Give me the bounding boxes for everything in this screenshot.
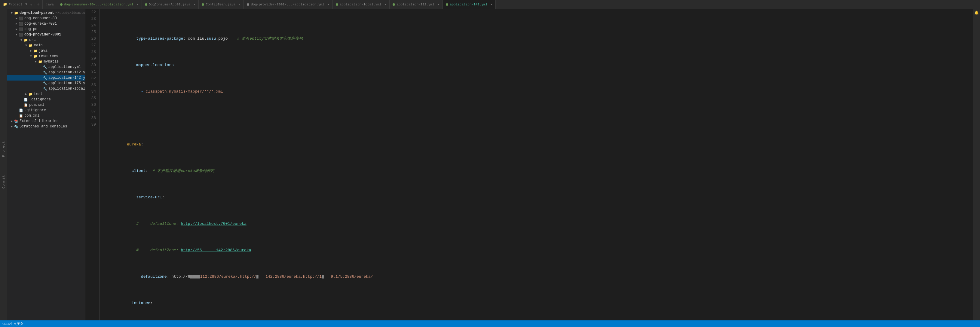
expand-arrow: ▶: [10, 119, 14, 123]
tree-item-application-112-yml[interactable]: 🔧 application-112.yml: [7, 70, 85, 75]
bottom-status-bar: CDSN中文美女: [0, 321, 980, 327]
expand-arrow: ▶: [24, 92, 28, 96]
line-numbers: 22 23 24 25 26 27 28 29 30 31 32 33 34 3…: [85, 9, 100, 321]
tree-item-label: Scratches and Consoles: [19, 124, 67, 129]
code-line-27: client: # 客户端注册进eureka服务列表内: [102, 161, 973, 168]
tree-item-label: dog-consumer-80: [24, 16, 57, 21]
folder-open-icon: 📁: [14, 11, 19, 15]
expand-arrow: ▼: [14, 33, 19, 37]
yaml-file-icon: 🔧: [43, 71, 48, 75]
code-line-31: defaultZone: http://6█████112:2886/eurek…: [102, 267, 973, 273]
expand-arrow: ▼: [19, 38, 24, 42]
tab-application-112-yml[interactable]: application-112.yml ✕: [390, 0, 442, 9]
expand-arrow: ▶: [34, 60, 38, 63]
tree-item-label: application-112.yml: [48, 70, 85, 75]
tree-item-label: test: [33, 92, 43, 96]
tree-item-label: application.yml: [48, 65, 81, 69]
tree-item-application-local-yml[interactable]: 🔧 application-local.yml: [7, 86, 85, 91]
tree-item-external-libraries[interactable]: ▶ 📚 External Libraries: [7, 118, 85, 124]
tree-item-mybatis[interactable]: ▶ 📁 mybatis: [7, 59, 85, 64]
tree-item-label: application-142.yml: [48, 76, 85, 80]
tree-item-src[interactable]: ▼ 📁 src: [7, 37, 85, 43]
tree-item-application-yml[interactable]: 🔧 application.yml: [7, 64, 85, 70]
expand-arrow: ▶: [14, 22, 19, 25]
project-vertical-label[interactable]: Project: [2, 141, 5, 157]
tab-dot: [247, 3, 249, 6]
code-line-22: type-aliases-package: com.liu.susu.pojo …: [102, 29, 973, 35]
tab-application-yml-provider[interactable]: dog-provider-8001/.../application.yml ✕: [244, 0, 332, 9]
module-icon: ⬛: [19, 16, 24, 21]
tree-item-dog-provider-8001[interactable]: ▼ ⬛ dog-provider-8001: [7, 32, 85, 37]
tree-item-pom-provider[interactable]: 📋 pom.xml: [7, 102, 85, 108]
commit-vertical-label[interactable]: Commit: [2, 175, 5, 189]
expand-arrow: ▼: [24, 44, 28, 47]
library-icon: 📚: [14, 119, 19, 123]
yaml-file-icon: 🔧: [43, 87, 48, 91]
tree-item-label: pom.xml: [28, 103, 44, 107]
tree-item-gitignore-root[interactable]: 📄 .gitignore: [7, 108, 85, 113]
tree-item-application-142-yml[interactable]: 🔧 application-142.yml: [7, 75, 85, 81]
tree-item-label: External Libraries: [19, 119, 59, 123]
tab-dot: [336, 3, 338, 6]
tree-item-label: dog-eureka-7001: [24, 22, 57, 26]
code-line-26: eureka:: [102, 135, 973, 141]
expand-arrow: ▶: [29, 49, 33, 52]
sidebar: ▼ 📁 dog-cloud-parent ~/study/ideaStudy..…: [7, 9, 85, 321]
module-icon: ⬛: [19, 22, 24, 26]
tree-item-dog-cloud-parent[interactable]: ▼ 📁 dog-cloud-parent ~/study/ideaStudy..…: [7, 10, 85, 16]
tab-dot: [202, 3, 204, 6]
yaml-file-icon: 🔧: [43, 65, 48, 69]
tree-item-scratches[interactable]: ▶ 🔩 Scratches and Consoles: [7, 124, 85, 129]
tree-item-label: .gitignore: [24, 108, 46, 113]
tree-item-label: application-175.yml: [48, 81, 85, 85]
tab-dot: [446, 3, 448, 6]
editor-area: 22 23 24 25 26 27 28 29 30 31 32 33 34 3…: [85, 9, 973, 321]
tree-item-main[interactable]: ▼ 📁 main: [7, 43, 85, 48]
tab-project[interactable]: 📁 Project ▼ ↺ ↓ ⚙: [0, 0, 43, 9]
folder-icon: 📁: [24, 38, 28, 42]
tree-item-application-175-yml[interactable]: 🔧 application-175.yml: [7, 81, 85, 86]
tab-DogConsumerApp80[interactable]: DogConsumerApp80.java ✕: [142, 0, 199, 9]
expand-arrow: ▶: [14, 27, 19, 31]
code-line-28: service-url:: [102, 187, 973, 194]
expand-arrow: ▼: [10, 11, 14, 15]
module-icon: ⬛: [19, 27, 24, 31]
code-line-30: # defaultZone: http://56......142:2886/e…: [102, 240, 973, 247]
folder-icon: 📁: [3, 2, 7, 6]
tree-item-pom-root[interactable]: 📋 pom.xml: [7, 113, 85, 118]
tree-item-dog-consumer-80[interactable]: ▶ ⬛ dog-consumer-80: [7, 16, 85, 21]
maven-icon: 📋: [24, 103, 28, 107]
status-text: CDSN中文美女: [2, 322, 24, 326]
code-lines[interactable]: type-aliases-package: com.liu.susu.pojo …: [100, 9, 973, 321]
expand-arrow: ▼: [29, 55, 33, 58]
tree-item-gitignore-provider[interactable]: 📄 .gitignore: [7, 97, 85, 102]
scratches-icon: 🔩: [14, 125, 19, 129]
tree-item-label: dog-po: [24, 27, 37, 31]
folder-icon: 📁: [33, 49, 38, 53]
tree-item-label: mybatis: [43, 60, 59, 64]
tree-item-label: application-local.yml: [48, 87, 85, 91]
left-stripe: Project Commit: [0, 9, 7, 321]
tab-application-yml-consumer[interactable]: dog-consumer-80/.../application.yml ✕: [57, 0, 142, 9]
editor-content[interactable]: 22 23 24 25 26 27 28 29 30 31 32 33 34 3…: [85, 9, 973, 321]
tree-item-test[interactable]: ▶ 📁 test: [7, 91, 85, 97]
tree-item-java[interactable]: ▶ 📁 java: [7, 48, 85, 54]
tab-dot: [60, 3, 62, 6]
tab-java[interactable]: java: [43, 0, 57, 9]
file-icon: 📄: [19, 108, 24, 113]
tab-application-local-yml[interactable]: application-local.yml ✕: [333, 0, 390, 9]
tab-bar: 📁 Project ▼ ↺ ↓ ⚙ java dog-consumer-80/.…: [0, 0, 980, 9]
tree-item-resources[interactable]: ▼ 📁 resources: [7, 54, 85, 59]
tree-item-label: dog-provider-8001: [24, 32, 61, 37]
folder-icon: 📁: [38, 60, 43, 64]
tab-ConfigBean[interactable]: ConfigBean.java ✕: [199, 0, 244, 9]
tree-item-dog-eureka-7001[interactable]: ▶ ⬛ dog-eureka-7001: [7, 21, 85, 27]
tree-item-dog-po[interactable]: ▶ ⬛ dog-po: [7, 27, 85, 32]
notifications-icon[interactable]: 🔔: [974, 10, 979, 15]
tab-application-142-yml[interactable]: application-142.yml ✕: [443, 0, 496, 9]
tree-item-label: dog-cloud-parent: [19, 11, 54, 15]
main-area: Project Commit ▼ 📁 dog-cloud-parent ~/st…: [0, 9, 980, 321]
expand-arrow: ▶: [14, 16, 19, 20]
yaml-file-icon: 🔧: [43, 76, 48, 80]
code-line-23: mapper-locations:: [102, 55, 973, 62]
